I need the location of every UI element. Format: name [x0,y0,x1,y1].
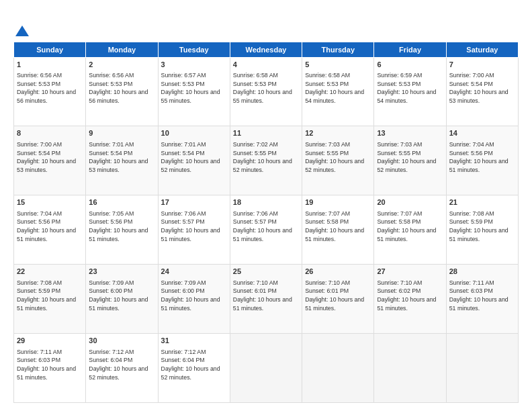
day-number: 27 [377,267,443,277]
day-number: 18 [233,197,299,208]
day-of-week-header: Friday [374,42,446,57]
day-number: 10 [161,128,227,138]
calendar-day-cell: 28Sunrise: 7:11 AM Sunset: 6:03 PM Dayli… [446,265,518,334]
day-number: 29 [17,336,83,346]
day-number: 7 [449,60,515,70]
day-detail: Sunrise: 7:11 AM Sunset: 6:03 PM Dayligh… [17,348,83,382]
calendar-day-cell: 12Sunrise: 7:03 AM Sunset: 5:55 PM Dayli… [302,126,374,195]
calendar-day-cell: 14Sunrise: 7:04 AM Sunset: 5:56 PM Dayli… [446,126,518,195]
calendar-day-cell: 9Sunrise: 7:01 AM Sunset: 5:54 PM Daylig… [86,126,158,195]
day-number: 17 [161,197,227,208]
day-number: 24 [161,267,227,277]
day-number: 13 [377,128,443,138]
day-detail: Sunrise: 6:58 AM Sunset: 5:53 PM Dayligh… [305,71,371,105]
day-detail: Sunrise: 7:11 AM Sunset: 6:03 PM Dayligh… [449,279,515,313]
day-detail: Sunrise: 7:04 AM Sunset: 5:56 PM Dayligh… [449,140,515,175]
day-detail: Sunrise: 7:07 AM Sunset: 5:58 PM Dayligh… [377,210,443,244]
day-number: 8 [17,128,83,138]
day-number: 30 [89,336,154,346]
calendar-day-cell [374,334,446,403]
calendar-day-cell [446,334,518,403]
day-detail: Sunrise: 7:12 AM Sunset: 6:04 PM Dayligh… [161,348,227,382]
logo-icon [15,26,29,36]
day-detail: Sunrise: 7:12 AM Sunset: 6:04 PM Dayligh… [89,348,154,382]
day-detail: Sunrise: 6:56 AM Sunset: 5:53 PM Dayligh… [17,71,83,105]
day-number: 9 [89,128,154,138]
day-detail: Sunrise: 7:01 AM Sunset: 5:54 PM Dayligh… [161,140,227,175]
calendar-day-cell: 31Sunrise: 7:12 AM Sunset: 6:04 PM Dayli… [158,334,230,403]
day-number: 15 [17,197,83,208]
day-detail: Sunrise: 6:58 AM Sunset: 5:53 PM Dayligh… [233,71,299,105]
day-number: 16 [89,197,154,208]
day-detail: Sunrise: 7:02 AM Sunset: 5:55 PM Dayligh… [233,140,299,175]
day-detail: Sunrise: 6:56 AM Sunset: 5:53 PM Dayligh… [89,71,154,105]
calendar-body: 1Sunrise: 6:56 AM Sunset: 5:53 PM Daylig… [14,57,519,402]
day-of-week-header: Saturday [446,42,518,57]
day-detail: Sunrise: 7:09 AM Sunset: 6:00 PM Dayligh… [89,279,154,313]
day-number: 20 [377,197,443,208]
calendar-day-cell [230,334,302,403]
day-detail: Sunrise: 7:00 AM Sunset: 5:54 PM Dayligh… [449,71,515,105]
day-detail: Sunrise: 7:03 AM Sunset: 5:55 PM Dayligh… [377,140,443,175]
day-number: 11 [233,128,299,138]
day-number: 2 [89,60,154,70]
calendar-week-row: 8Sunrise: 7:00 AM Sunset: 5:54 PM Daylig… [14,126,519,195]
calendar-day-cell: 18Sunrise: 7:06 AM Sunset: 5:57 PM Dayli… [230,195,302,265]
calendar-week-row: 1Sunrise: 6:56 AM Sunset: 5:53 PM Daylig… [14,57,519,126]
day-number: 1 [17,60,83,70]
day-number: 31 [161,336,227,346]
day-number: 4 [233,60,299,70]
calendar-day-cell: 17Sunrise: 7:06 AM Sunset: 5:57 PM Dayli… [158,195,230,265]
calendar-day-cell: 27Sunrise: 7:10 AM Sunset: 6:02 PM Dayli… [374,265,446,334]
day-detail: Sunrise: 7:01 AM Sunset: 5:54 PM Dayligh… [89,140,154,175]
day-detail: Sunrise: 7:08 AM Sunset: 5:59 PM Dayligh… [17,279,83,313]
calendar-day-cell: 8Sunrise: 7:00 AM Sunset: 5:54 PM Daylig… [14,126,86,195]
svg-marker-0 [15,26,29,36]
day-number: 21 [449,197,515,208]
day-number: 28 [449,267,515,277]
day-of-week-header: Wednesday [230,42,302,57]
day-detail: Sunrise: 7:06 AM Sunset: 5:57 PM Dayligh… [161,210,227,244]
day-number: 22 [17,267,83,277]
day-detail: Sunrise: 7:09 AM Sunset: 6:00 PM Dayligh… [161,279,227,313]
day-detail: Sunrise: 7:06 AM Sunset: 5:57 PM Dayligh… [233,210,299,244]
day-detail: Sunrise: 7:10 AM Sunset: 6:02 PM Dayligh… [377,279,443,313]
day-number: 19 [305,197,371,208]
calendar-day-cell: 3Sunrise: 6:57 AM Sunset: 5:53 PM Daylig… [158,57,230,126]
calendar-day-cell: 13Sunrise: 7:03 AM Sunset: 5:55 PM Dayli… [374,126,446,195]
day-detail: Sunrise: 7:07 AM Sunset: 5:58 PM Dayligh… [305,210,371,244]
calendar-day-cell: 15Sunrise: 7:04 AM Sunset: 5:56 PM Dayli… [14,195,86,265]
day-detail: Sunrise: 7:05 AM Sunset: 5:56 PM Dayligh… [89,210,154,244]
calendar-day-cell: 30Sunrise: 7:12 AM Sunset: 6:04 PM Dayli… [86,334,158,403]
calendar-day-cell: 29Sunrise: 7:11 AM Sunset: 6:03 PM Dayli… [14,334,86,403]
calendar-day-cell: 7Sunrise: 7:00 AM Sunset: 5:54 PM Daylig… [446,57,518,126]
day-of-week-header: Sunday [14,42,86,57]
day-detail: Sunrise: 7:10 AM Sunset: 6:01 PM Dayligh… [305,279,371,313]
calendar-day-cell: 1Sunrise: 6:56 AM Sunset: 5:53 PM Daylig… [14,57,86,126]
calendar-day-cell: 26Sunrise: 7:10 AM Sunset: 6:01 PM Dayli… [302,265,374,334]
calendar-header-row: SundayMondayTuesdayWednesdayThursdayFrid… [14,42,519,57]
day-detail: Sunrise: 7:08 AM Sunset: 5:59 PM Dayligh… [449,210,515,244]
day-detail: Sunrise: 7:04 AM Sunset: 5:56 PM Dayligh… [17,210,83,244]
calendar-day-cell: 24Sunrise: 7:09 AM Sunset: 6:00 PM Dayli… [158,265,230,334]
day-detail: Sunrise: 6:57 AM Sunset: 5:53 PM Dayligh… [161,71,227,105]
calendar-day-cell: 19Sunrise: 7:07 AM Sunset: 5:58 PM Dayli… [302,195,374,265]
calendar-day-cell: 11Sunrise: 7:02 AM Sunset: 5:55 PM Dayli… [230,126,302,195]
calendar-day-cell: 6Sunrise: 6:59 AM Sunset: 5:53 PM Daylig… [374,57,446,126]
calendar-day-cell: 10Sunrise: 7:01 AM Sunset: 5:54 PM Dayli… [158,126,230,195]
calendar-week-row: 22Sunrise: 7:08 AM Sunset: 5:59 PM Dayli… [14,265,519,334]
calendar-day-cell: 2Sunrise: 6:56 AM Sunset: 5:53 PM Daylig… [86,57,158,126]
day-number: 6 [377,60,443,70]
calendar-day-cell [302,334,374,403]
calendar-day-cell: 5Sunrise: 6:58 AM Sunset: 5:53 PM Daylig… [302,57,374,126]
day-detail: Sunrise: 6:59 AM Sunset: 5:53 PM Dayligh… [377,71,443,105]
calendar-day-cell: 21Sunrise: 7:08 AM Sunset: 5:59 PM Dayli… [446,195,518,265]
calendar-day-cell: 20Sunrise: 7:07 AM Sunset: 5:58 PM Dayli… [374,195,446,265]
day-detail: Sunrise: 7:03 AM Sunset: 5:55 PM Dayligh… [305,140,371,175]
day-number: 23 [89,267,154,277]
logo [13,12,29,36]
day-number: 5 [305,60,371,70]
day-detail: Sunrise: 7:00 AM Sunset: 5:54 PM Dayligh… [17,140,83,175]
day-of-week-header: Thursday [302,42,374,57]
day-of-week-header: Monday [86,42,158,57]
